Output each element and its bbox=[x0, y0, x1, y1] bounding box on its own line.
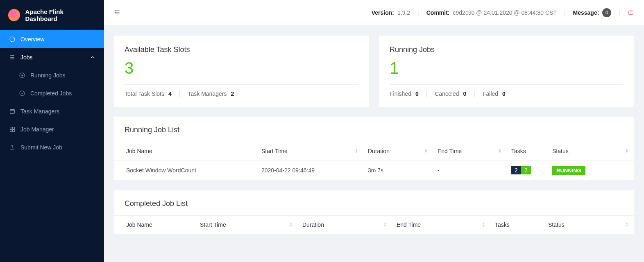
sort-icon: ▲▼ bbox=[498, 149, 501, 154]
divider: | bbox=[560, 9, 570, 16]
failed-value: 0 bbox=[502, 90, 506, 97]
completed-job-list-panel: Completed Job List Job Name Start Time▲▼… bbox=[114, 190, 634, 234]
play-circle-icon bbox=[19, 72, 25, 79]
running-jobs-value: 1 bbox=[390, 59, 624, 77]
message-count-badge[interactable]: 0 bbox=[602, 8, 611, 17]
col-tasks[interactable]: Tasks bbox=[491, 216, 544, 234]
sort-icon: ▲▼ bbox=[424, 149, 428, 154]
sidebar-collapse-button[interactable] bbox=[114, 9, 120, 17]
divider: | bbox=[413, 9, 423, 16]
running-job-list-panel: Running Job List Job Name Start Time▲▼ D… bbox=[114, 117, 634, 181]
col-status[interactable]: Status▲▼ bbox=[544, 216, 634, 234]
version-label: Version: bbox=[372, 9, 394, 16]
tasks-running: 2 bbox=[521, 166, 531, 174]
completed-job-list-title: Completed Job List bbox=[114, 190, 634, 216]
running-job-list-title: Running Job List bbox=[114, 117, 634, 142]
alert-icon[interactable] bbox=[628, 9, 634, 16]
col-duration[interactable]: Duration▲▼ bbox=[364, 142, 433, 160]
col-tasks[interactable]: Tasks bbox=[507, 142, 548, 160]
cell-end-time: - bbox=[433, 160, 507, 181]
commit-value: c9d2c90 @ 24.01.2020 @ 08:44:30 CST bbox=[453, 9, 557, 16]
nav-jobs[interactable]: Jobs bbox=[0, 48, 104, 66]
content: Available Task Slots 3 Total Task Slots … bbox=[104, 26, 644, 262]
nav-running-jobs-label: Running Jobs bbox=[30, 72, 66, 79]
task-managers-value: 2 bbox=[231, 90, 234, 97]
card-available-task-slots: Available Task Slots 3 Total Task Slots … bbox=[114, 36, 369, 107]
sidebar: Apache Flink Dashboard Overview Jobs Run… bbox=[0, 0, 104, 262]
svg-rect-8 bbox=[629, 11, 633, 14]
canceled-label: Canceled bbox=[435, 90, 459, 97]
col-start-time[interactable]: Start Time▲▼ bbox=[257, 142, 364, 160]
commit-label: Commit: bbox=[426, 9, 450, 16]
available-task-slots-value: 3 bbox=[125, 59, 358, 77]
cell-start-time: 2020-04-22 09:46:49 bbox=[257, 160, 364, 181]
total-task-slots-value: 4 bbox=[168, 90, 172, 97]
version-value: 1.9.2 bbox=[397, 9, 410, 16]
svg-rect-6 bbox=[10, 130, 12, 132]
sort-icon: ▲▼ bbox=[482, 222, 485, 227]
nav-submit-new-job[interactable]: Submit New Job bbox=[0, 138, 104, 156]
nav-job-manager-label: Job Manager bbox=[20, 126, 54, 133]
status-badge: RUNNING bbox=[552, 166, 585, 175]
nav-running-jobs[interactable]: Running Jobs bbox=[0, 66, 104, 84]
divider: | bbox=[421, 90, 433, 97]
main: Version: 1.9.2 | Commit: c9d2c90 @ 24.01… bbox=[104, 0, 644, 262]
nav-task-managers[interactable]: Task Managers bbox=[0, 102, 104, 120]
sort-icon: ▲▼ bbox=[355, 149, 358, 154]
divider: | bbox=[469, 90, 480, 97]
nav-submit-new-job-label: Submit New Job bbox=[20, 144, 62, 151]
total-task-slots-label: Total Task Slots bbox=[125, 90, 164, 97]
running-job-table: Job Name Start Time▲▼ Duration▲▼ End Tim… bbox=[114, 142, 634, 181]
nav-completed-jobs[interactable]: Completed Jobs bbox=[0, 84, 104, 102]
card-jobs-title: Running Jobs bbox=[390, 45, 624, 54]
cell-tasks: 22 bbox=[507, 160, 548, 181]
app-title: Apache Flink Dashboard bbox=[25, 8, 96, 22]
nav-overview[interactable]: Overview bbox=[0, 30, 104, 48]
nav-task-managers-label: Task Managers bbox=[20, 108, 59, 115]
divider: | bbox=[615, 9, 624, 16]
menu-fold-icon bbox=[114, 9, 120, 16]
canceled-value: 0 bbox=[463, 90, 467, 97]
nav-jobs-label: Jobs bbox=[20, 54, 33, 61]
svg-rect-5 bbox=[13, 127, 15, 129]
dashboard-icon bbox=[9, 36, 16, 43]
col-end-time[interactable]: End Time▲▼ bbox=[392, 216, 491, 234]
svg-rect-3 bbox=[10, 109, 15, 113]
flink-logo-icon bbox=[8, 9, 20, 21]
completed-job-table: Job Name Start Time▲▼ Duration▲▼ End Tim… bbox=[114, 216, 634, 234]
nav-completed-jobs-label: Completed Jobs bbox=[30, 90, 72, 97]
nav-job-manager[interactable]: Job Manager bbox=[0, 120, 104, 138]
calendar-icon bbox=[9, 108, 16, 115]
card-slots-title: Available Task Slots bbox=[125, 45, 358, 54]
list-icon bbox=[9, 54, 16, 61]
divider: | bbox=[174, 90, 186, 97]
col-end-time[interactable]: End Time▲▼ bbox=[433, 142, 507, 160]
tasks-total: 2 bbox=[511, 166, 521, 174]
cell-job-name: Socket Window WordCount bbox=[114, 160, 257, 181]
finished-label: Finished bbox=[390, 90, 411, 97]
topbar: Version: 1.9.2 | Commit: c9d2c90 @ 24.01… bbox=[104, 0, 644, 26]
chevron-up-icon bbox=[89, 54, 96, 61]
table-row[interactable]: Socket Window WordCount 2020-04-22 09:46… bbox=[114, 160, 634, 181]
brand: Apache Flink Dashboard bbox=[0, 0, 104, 30]
svg-rect-4 bbox=[10, 127, 12, 129]
col-status[interactable]: Status▲▼ bbox=[548, 142, 634, 160]
task-managers-label: Task Managers bbox=[188, 90, 227, 97]
col-job-name[interactable]: Job Name bbox=[114, 216, 196, 234]
nav-overview-label: Overview bbox=[20, 36, 44, 43]
sort-icon: ▲▼ bbox=[289, 222, 293, 227]
failed-label: Failed bbox=[483, 90, 498, 97]
cell-duration: 3m 7s bbox=[364, 160, 433, 181]
sort-icon: ▲▼ bbox=[625, 149, 628, 154]
card-running-jobs: Running Jobs 1 Finished 0 | Canceled 0 |… bbox=[379, 36, 634, 107]
sort-icon: ▲▼ bbox=[383, 222, 387, 227]
svg-point-2 bbox=[20, 91, 25, 96]
col-start-time[interactable]: Start Time▲▼ bbox=[196, 216, 298, 234]
upload-icon bbox=[9, 144, 16, 151]
col-job-name[interactable]: Job Name bbox=[114, 142, 257, 160]
grid-icon bbox=[9, 126, 16, 133]
finished-value: 0 bbox=[415, 90, 419, 97]
check-circle-icon bbox=[19, 90, 25, 97]
col-duration[interactable]: Duration▲▼ bbox=[298, 216, 392, 234]
cell-status: RUNNING bbox=[548, 160, 634, 181]
